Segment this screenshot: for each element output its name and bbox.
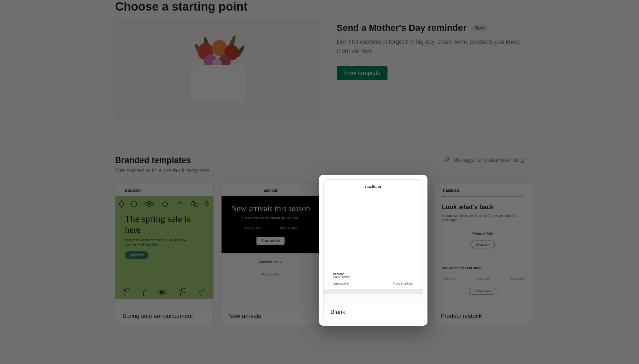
preview-brand: nazlican — [331, 180, 415, 191]
preview-footer-brand: nazlican — [333, 272, 413, 275]
preview-unsubscribe: Unsubscribe — [333, 282, 349, 285]
template-card-blank[interactable]: nazlican nazlican United States Unsubscr… — [323, 179, 423, 321]
highlighted-template-popover: nazlican nazlican United States Unsubscr… — [319, 175, 427, 326]
template-name: Blank — [324, 303, 423, 321]
preview-copyright: © 2023 nazlican — [393, 282, 413, 285]
preview-footer-location: United States — [333, 275, 413, 279]
